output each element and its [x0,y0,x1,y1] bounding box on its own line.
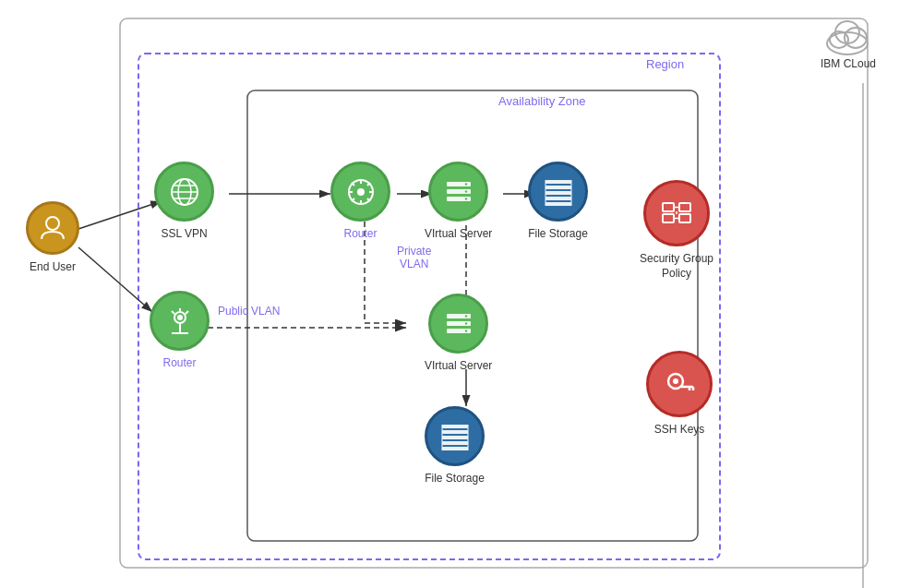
svg-point-76 [673,378,678,384]
ssh-keys-label: SSH Keys [654,423,705,438]
ssh-keys-circle [646,351,713,417]
router-bottom-circle [150,291,210,351]
virtual-server-top-label: VIrtual Server [425,227,492,242]
svg-line-5 [78,247,152,312]
diagram: Region Availability Zone IBM CLoud End U… [0,0,899,588]
file-storage-bottom-circle [425,406,485,466]
security-icon [657,194,696,233]
az-label: Availability Zone [498,94,585,108]
svg-rect-64 [442,441,468,445]
router-top-label: Router [343,227,377,242]
svg-point-40 [464,198,466,199]
end-user-label: End User [30,260,76,275]
virtual-server-bottom-circle [428,294,488,354]
svg-rect-68 [663,203,674,211]
storage-icon-top [541,174,576,210]
virtual-server-top-circle [428,162,488,222]
end-user-node: End User [26,201,79,275]
svg-line-4 [78,201,162,229]
storage-icon-bottom [438,419,473,454]
ssh-keys-node: SSH Keys [646,351,713,438]
user-icon [38,213,67,243]
security-group-policy-label: Security Group Policy [640,252,713,281]
cloud-icon [822,14,873,55]
svg-rect-43 [545,191,571,195]
public-vlan-label: Public VLAN [218,305,280,318]
security-group-policy-circle [643,180,710,246]
private-vlan-label: Private VLAN [397,245,431,270]
svg-rect-62 [442,430,468,434]
svg-rect-70 [663,214,674,222]
router-top-node: Router [330,162,390,242]
router-top-icon [343,174,378,210]
svg-rect-61 [442,425,468,428]
virtual-server-bottom-node: VIrtual Server [425,294,492,374]
globe-icon [167,174,202,210]
svg-rect-63 [442,436,468,439]
svg-line-53 [186,311,188,314]
ssl-vpn-label: SSL VPN [161,227,207,242]
virtual-server-bottom-label: VIrtual Server [425,359,492,374]
svg-point-58 [464,315,466,317]
end-user-circle [26,201,79,255]
router-bottom-icon [162,304,198,339]
file-storage-bottom-node: File Storage [425,406,485,486]
router-bottom-node: Router [150,291,210,371]
ssl-vpn-node: SSL VPN [154,162,214,242]
svg-rect-71 [679,214,690,222]
svg-rect-0 [120,18,868,568]
svg-rect-42 [545,186,571,189]
svg-point-19 [46,217,59,230]
svg-rect-65 [442,447,468,450]
svg-point-59 [464,322,466,324]
svg-point-39 [464,190,466,192]
svg-point-38 [464,183,466,185]
server-icon-bottom [441,306,476,342]
svg-point-34 [357,188,365,196]
file-storage-top-label: File Storage [528,227,588,242]
virtual-server-top-node: VIrtual Server [425,162,492,242]
file-storage-bottom-label: File Storage [425,472,485,486]
svg-rect-69 [679,203,690,211]
svg-line-52 [172,311,174,314]
svg-rect-41 [545,180,571,184]
svg-point-60 [464,330,466,331]
svg-rect-44 [545,197,571,200]
ibm-cloud: IBM CLoud [821,14,876,70]
key-icon [660,365,699,403]
region-label: Region [646,57,684,71]
file-storage-top-node: File Storage [528,162,588,242]
file-storage-top-circle [528,162,588,222]
svg-rect-45 [545,202,571,206]
svg-point-54 [177,315,183,320]
server-icon-top [441,174,476,210]
ssl-vpn-circle [154,162,214,222]
ibm-cloud-label: IBM CLoud [821,57,876,70]
router-top-circle [330,162,390,222]
router-bottom-label: Router [162,356,196,371]
security-group-policy-node: Security Group Policy [640,180,713,281]
